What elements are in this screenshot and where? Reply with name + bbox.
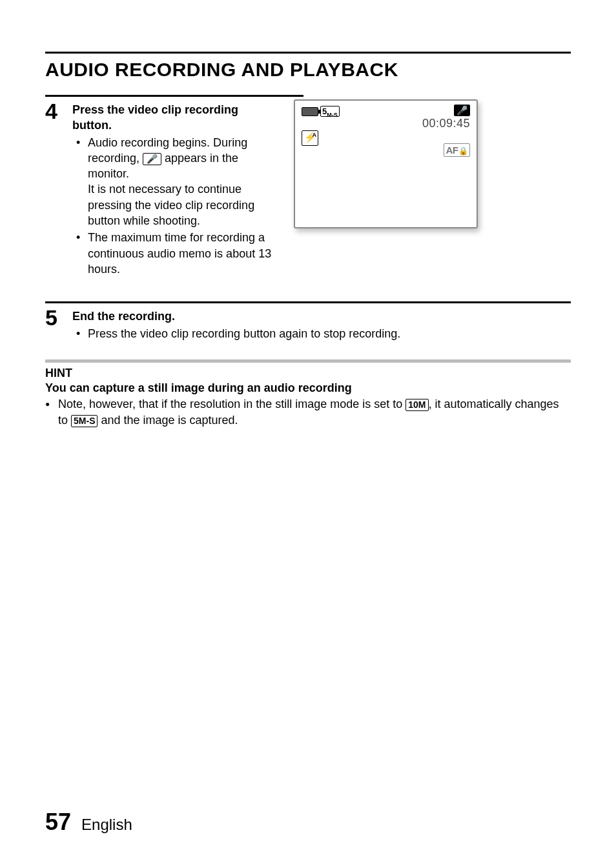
step4-number: 4 <box>45 100 72 122</box>
flash-auto-icon: ⚡A <box>302 130 318 146</box>
step4-bullet1: Audio recording begins. During recording… <box>76 135 278 229</box>
step4-bullets: Audio recording begins. During recording… <box>72 135 278 278</box>
resolution-badge: 5M-S <box>320 106 340 117</box>
step4-row: 4 Press the video clip recording button.… <box>45 99 571 278</box>
af-lock-badge: AF🔒 <box>444 143 471 157</box>
step4-continuation: It is not necessary to continue pressing… <box>88 181 278 228</box>
page-top-rule <box>45 52 571 54</box>
res-suffix: M-S <box>327 112 338 118</box>
hint-bullet1: Note, however, that if the resolution in… <box>45 396 571 429</box>
flash-a: A <box>313 132 317 138</box>
hint-label: HINT <box>45 367 571 380</box>
hint-subhead: You can capture a still image during an … <box>45 381 571 395</box>
step5-number: 5 <box>45 307 72 328</box>
mic-badge-icon: 🎤 <box>454 105 470 116</box>
step5-rule <box>45 301 571 303</box>
footer-language: English <box>81 816 132 834</box>
step5-block: 5 End the recording. Press the video cli… <box>45 301 571 343</box>
step5-content: End the recording. Press the video clip … <box>72 306 571 343</box>
timer-text: 00:09:45 <box>422 117 470 130</box>
osd-top-left: 5M-S <box>302 106 340 117</box>
page-title: AUDIO RECORDING AND PLAYBACK <box>45 59 571 81</box>
step5-bullet1: Press the video clip recording button ag… <box>76 326 571 341</box>
page-footer: 57 English <box>45 809 132 836</box>
step5-row: 5 End the recording. Press the video cli… <box>45 306 571 343</box>
badge-10m: 10M <box>406 399 428 411</box>
hint-bullets: Note, however, that if the resolution in… <box>45 396 571 429</box>
step5-bullets: Press the video clip recording button ag… <box>72 326 571 341</box>
hint-rule <box>45 359 571 363</box>
camera-screen-preview: 5M-S 🎤 00:09:45 ⚡A AF🔒 <box>294 99 478 228</box>
af-text: AF <box>446 145 458 156</box>
step4-content: Press the video clip recording button. A… <box>72 99 278 278</box>
osd-top-right: 🎤 00:09:45 <box>422 105 470 130</box>
hint-before: Note, however, that if the resolution in… <box>58 398 406 410</box>
step4-bullet2: The maximum time for recording a continu… <box>76 230 278 277</box>
step5-heading: End the recording. <box>72 308 571 324</box>
step4-heading: Press the video clip recording button. <box>72 102 278 134</box>
page-number: 57 <box>45 809 71 836</box>
battery-icon <box>302 107 318 116</box>
mic-icon: 🎤 <box>143 153 161 165</box>
step4-block: 4 Press the video clip recording button.… <box>45 99 278 278</box>
step4-rule <box>45 95 303 97</box>
hint-after: and the image is captured. <box>98 414 238 427</box>
lock-icon: 🔒 <box>458 146 468 156</box>
badge-5ms: 5M-S <box>71 415 98 427</box>
